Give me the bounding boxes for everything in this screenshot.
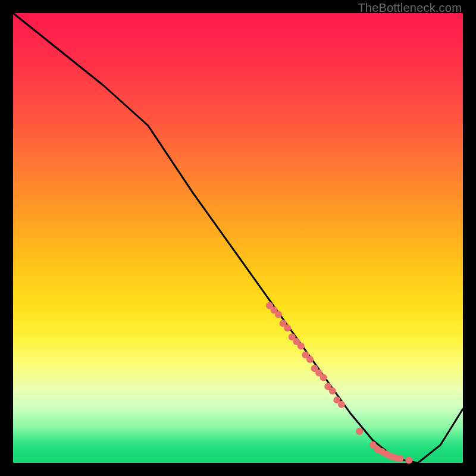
bottleneck-curve [13, 13, 463, 463]
svg-point-12 [320, 374, 327, 381]
svg-point-4 [284, 324, 291, 331]
svg-point-24 [396, 455, 403, 462]
svg-point-17 [356, 428, 363, 435]
svg-point-9 [306, 356, 314, 363]
svg-point-25 [405, 457, 412, 464]
svg-point-16 [338, 401, 345, 408]
chart-overlay [13, 13, 463, 463]
highlight-markers [266, 302, 412, 464]
svg-point-7 [298, 342, 305, 349]
svg-point-2 [275, 311, 282, 318]
watermark-text: TheBottleneck.com [358, 1, 462, 15]
chart-frame: TheBottleneck.com [0, 0, 476, 476]
svg-point-14 [329, 387, 336, 394]
